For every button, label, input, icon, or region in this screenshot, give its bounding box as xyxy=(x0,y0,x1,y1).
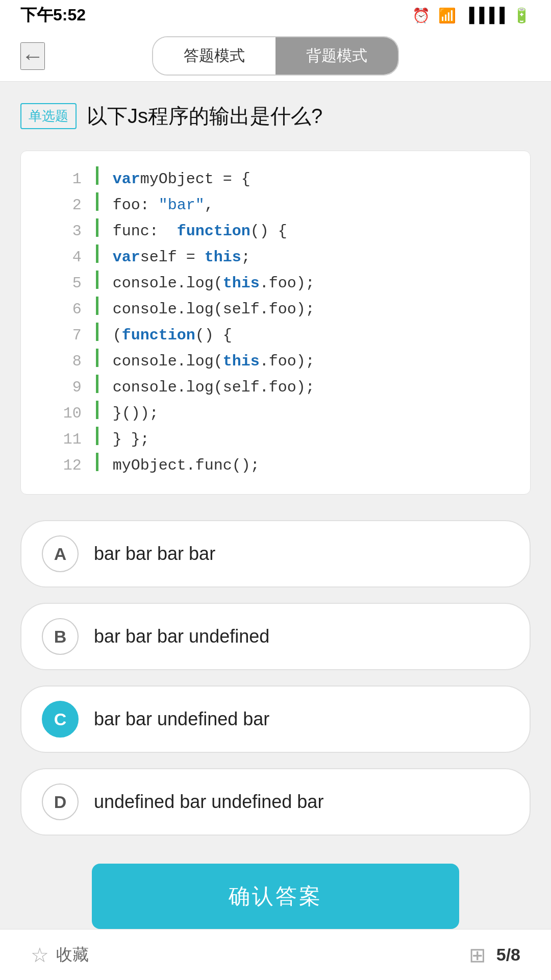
code-content: varself = this; xyxy=(103,244,515,271)
line-bar-cell xyxy=(92,349,103,375)
code-content: foo: "bar", xyxy=(103,192,515,218)
code-line-1: 1 varmyObject = { xyxy=(36,166,515,192)
page-count: 5/8 xyxy=(496,945,520,965)
status-time: 下午5:52 xyxy=(20,4,86,27)
code-content: (function() { xyxy=(103,323,515,349)
options-list: A bar bar bar bar B bar bar bar undefine… xyxy=(20,520,531,836)
star-icon: ☆ xyxy=(31,943,49,967)
line-num: 1 xyxy=(36,166,92,192)
answer-mode-button[interactable]: 答题模式 xyxy=(153,37,276,75)
wifi-icon: 📶 xyxy=(438,7,456,24)
code-table: 1 varmyObject = { 2 foo: "bar", 3 func: … xyxy=(36,166,515,479)
line-bar-cell xyxy=(92,218,103,244)
code-content: console.log(this.foo); xyxy=(103,349,515,375)
option-a[interactable]: A bar bar bar bar xyxy=(20,520,531,587)
line-bar-cell xyxy=(92,166,103,192)
code-content: varmyObject = { xyxy=(103,166,515,192)
line-bar-cell xyxy=(92,271,103,297)
code-line-6: 6 console.log(self.foo); xyxy=(36,297,515,323)
code-line-5: 5 console.log(this.foo); xyxy=(36,271,515,297)
code-block: 1 varmyObject = { 2 foo: "bar", 3 func: … xyxy=(20,151,531,495)
battery-icon: 🔋 xyxy=(513,7,531,24)
option-c-circle: C xyxy=(42,701,79,738)
option-a-circle: A xyxy=(42,535,79,572)
option-b-circle: B xyxy=(42,618,79,655)
code-line-2: 2 foo: "bar", xyxy=(36,192,515,218)
code-line-12: 12 myObject.func(); xyxy=(36,453,515,479)
code-content: console.log(this.foo); xyxy=(103,271,515,297)
review-mode-button[interactable]: 背题模式 xyxy=(276,37,398,75)
code-content: func: function() { xyxy=(103,218,515,244)
line-num: 2 xyxy=(36,192,92,218)
bottom-right: ⊞ 5/8 xyxy=(469,943,520,967)
option-d-label: undefined bar undefined bar xyxy=(94,791,323,813)
code-line-4: 4 varself = this; xyxy=(36,244,515,271)
line-num: 8 xyxy=(36,349,92,375)
line-num: 10 xyxy=(36,401,92,427)
main-content: 单选题 以下Js程序的输出是什么? 1 varmyObject = { 2 fo… xyxy=(0,82,551,922)
signal-icon: ▐▐▐▐ xyxy=(464,7,505,23)
line-num: 6 xyxy=(36,297,92,323)
code-line-10: 10 }()); xyxy=(36,401,515,427)
line-bar-cell xyxy=(92,192,103,218)
option-c[interactable]: C bar bar undefined bar xyxy=(20,685,531,753)
question-tag: 单选题 xyxy=(20,103,77,129)
line-num: 7 xyxy=(36,323,92,349)
line-num: 4 xyxy=(36,244,92,271)
code-line-8: 8 console.log(this.foo); xyxy=(36,349,515,375)
code-content: console.log(self.foo); xyxy=(103,297,515,323)
line-bar-cell xyxy=(92,401,103,427)
code-content: myObject.func(); xyxy=(103,453,515,479)
bottom-bar: ☆ 收藏 ⊞ 5/8 xyxy=(0,929,551,980)
alarm-icon: ⏰ xyxy=(412,7,430,24)
mode-toggle: 答题模式 背题模式 xyxy=(152,36,399,76)
status-icons: ⏰ 📶 ▐▐▐▐ 🔋 xyxy=(412,7,531,24)
confirm-button[interactable]: 确认答案 xyxy=(92,864,459,929)
line-num: 9 xyxy=(36,375,92,401)
option-d[interactable]: D undefined bar undefined bar xyxy=(20,768,531,836)
code-line-11: 11 } }; xyxy=(36,427,515,453)
code-line-7: 7 (function() { xyxy=(36,323,515,349)
status-bar: 下午5:52 ⏰ 📶 ▐▐▐▐ 🔋 xyxy=(0,0,551,31)
code-content: } }; xyxy=(103,427,515,453)
header: ← 答题模式 背题模式 xyxy=(0,31,551,82)
question-text: 以下Js程序的输出是什么? xyxy=(87,102,322,130)
grid-icon[interactable]: ⊞ xyxy=(469,943,486,967)
option-d-circle: D xyxy=(42,783,79,820)
line-num: 11 xyxy=(36,427,92,453)
option-a-label: bar bar bar bar xyxy=(94,543,215,565)
line-num: 5 xyxy=(36,271,92,297)
option-b-label: bar bar bar undefined xyxy=(94,626,269,647)
line-bar-cell xyxy=(92,323,103,349)
code-content: }()); xyxy=(103,401,515,427)
code-line-3: 3 func: function() { xyxy=(36,218,515,244)
back-button[interactable]: ← xyxy=(20,42,45,70)
favorite-label: 收藏 xyxy=(56,944,89,966)
code-content: console.log(self.foo); xyxy=(103,375,515,401)
line-bar-cell xyxy=(92,244,103,271)
line-bar-cell xyxy=(92,297,103,323)
option-c-label: bar bar undefined bar xyxy=(94,708,269,730)
line-bar-cell xyxy=(92,453,103,479)
line-num: 3 xyxy=(36,218,92,244)
line-num: 12 xyxy=(36,453,92,479)
option-b[interactable]: B bar bar bar undefined xyxy=(20,603,531,670)
favorite-area[interactable]: ☆ 收藏 xyxy=(31,943,89,967)
line-bar-cell xyxy=(92,375,103,401)
question-header: 单选题 以下Js程序的输出是什么? xyxy=(20,102,531,130)
line-bar-cell xyxy=(92,427,103,453)
code-line-9: 9 console.log(self.foo); xyxy=(36,375,515,401)
